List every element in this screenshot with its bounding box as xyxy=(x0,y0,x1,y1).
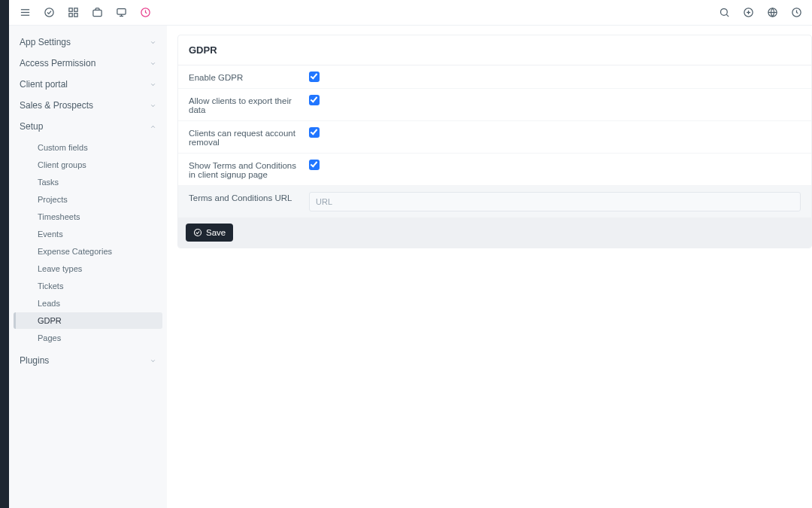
sidebar-item-leads[interactable]: Leads xyxy=(14,295,162,312)
menu-icon[interactable] xyxy=(17,5,33,21)
check-circle-icon[interactable] xyxy=(41,5,57,21)
svg-line-14 xyxy=(726,14,729,17)
sidebar-item-client-groups[interactable]: Client groups xyxy=(14,157,162,173)
sidebar-item-leave-types[interactable]: Leave types xyxy=(14,260,162,277)
sidebar-item-expense-categories[interactable]: Expense Categories xyxy=(14,243,162,260)
chevron-up-icon xyxy=(150,123,156,130)
sidebar-section-label: App Settings xyxy=(20,37,71,47)
sidebar-item-events[interactable]: Events xyxy=(14,226,162,242)
sidebar-section-label: Client portal xyxy=(20,79,68,90)
search-icon[interactable] xyxy=(716,5,732,21)
sidebar-section-sales-prospects[interactable]: Sales & Prospects xyxy=(9,95,167,116)
allow-export-checkbox[interactable] xyxy=(309,95,320,105)
check-circle-icon xyxy=(193,228,202,237)
sidebar-item-tickets[interactable]: Tickets xyxy=(14,278,162,294)
terms-url-label: Terms and Conditions URL xyxy=(189,192,309,202)
sidebar-section-app-settings[interactable]: App Settings xyxy=(9,32,167,53)
sidebar-section-label: Sales & Prospects xyxy=(20,100,93,111)
monitor-icon[interactable] xyxy=(113,5,129,21)
sidebar: App Settings Access Permission Client po… xyxy=(9,26,167,508)
sidebar-item-projects[interactable]: Projects xyxy=(14,191,162,208)
globe-icon[interactable] xyxy=(764,5,780,21)
sidebar-section-plugins[interactable]: Plugins xyxy=(9,350,167,371)
svg-rect-4 xyxy=(68,8,71,11)
chevron-down-icon xyxy=(150,357,156,364)
chevron-down-icon xyxy=(150,39,156,46)
chevron-down-icon xyxy=(150,60,156,67)
sidebar-section-label: Access Permission xyxy=(20,58,95,68)
sidebar-item-tasks[interactable]: Tasks xyxy=(14,174,162,190)
sidebar-section-label: Setup xyxy=(20,121,43,132)
sidebar-section-label: Plugins xyxy=(20,355,49,366)
sidebar-section-access-permission[interactable]: Access Permission xyxy=(9,53,167,74)
topbar xyxy=(9,0,812,26)
svg-rect-8 xyxy=(92,10,101,16)
save-button[interactable]: Save xyxy=(186,224,233,242)
show-terms-checkbox[interactable] xyxy=(309,160,320,170)
sidebar-subitems-setup: Custom fields Client groups Tasks Projec… xyxy=(9,137,167,350)
clock-accent-icon[interactable] xyxy=(137,5,153,21)
card-footer: Save xyxy=(178,217,811,248)
allow-export-label: Allow clients to export their data xyxy=(189,95,309,114)
show-terms-label: Show Terms and Conditions in client sign… xyxy=(189,160,309,179)
request-removal-checkbox[interactable] xyxy=(309,127,320,138)
plus-circle-icon[interactable] xyxy=(740,5,756,21)
sidebar-item-timesheets[interactable]: Timesheets xyxy=(14,208,162,225)
sidebar-item-custom-fields[interactable]: Custom fields xyxy=(14,139,162,156)
svg-rect-5 xyxy=(74,8,77,11)
page-title: GDPR xyxy=(178,35,811,65)
row-show-terms: Show Terms and Conditions in client sign… xyxy=(178,153,811,185)
grid-icon[interactable] xyxy=(65,5,81,21)
svg-point-3 xyxy=(44,8,53,17)
terms-url-input[interactable] xyxy=(309,192,801,211)
sidebar-item-pages[interactable]: Pages xyxy=(14,330,162,346)
sidebar-section-setup[interactable]: Setup xyxy=(9,116,167,137)
svg-rect-7 xyxy=(74,14,77,17)
svg-point-21 xyxy=(195,230,201,236)
row-request-removal: Clients can request account removal xyxy=(178,120,811,153)
clock-icon[interactable] xyxy=(788,5,804,21)
gdpr-card: GDPR Enable GDPR Allow clients to export… xyxy=(177,35,812,248)
svg-rect-6 xyxy=(68,14,71,17)
svg-point-13 xyxy=(720,9,727,16)
svg-rect-9 xyxy=(117,9,125,15)
row-allow-export: Allow clients to export their data xyxy=(178,88,811,120)
chevron-down-icon xyxy=(150,81,156,88)
request-removal-label: Clients can request account removal xyxy=(189,127,309,147)
sidebar-item-gdpr[interactable]: GDPR xyxy=(14,312,162,329)
row-terms-url: Terms and Conditions URL xyxy=(178,185,811,217)
left-rail xyxy=(0,0,9,508)
save-button-label: Save xyxy=(206,228,226,237)
chevron-down-icon xyxy=(150,102,156,109)
briefcase-icon[interactable] xyxy=(89,5,105,21)
enable-gdpr-checkbox[interactable] xyxy=(309,71,320,82)
enable-gdpr-label: Enable GDPR xyxy=(189,71,309,82)
sidebar-section-client-portal[interactable]: Client portal xyxy=(9,74,167,95)
row-enable-gdpr: Enable GDPR xyxy=(178,65,811,88)
content: GDPR Enable GDPR Allow clients to export… xyxy=(167,26,812,508)
